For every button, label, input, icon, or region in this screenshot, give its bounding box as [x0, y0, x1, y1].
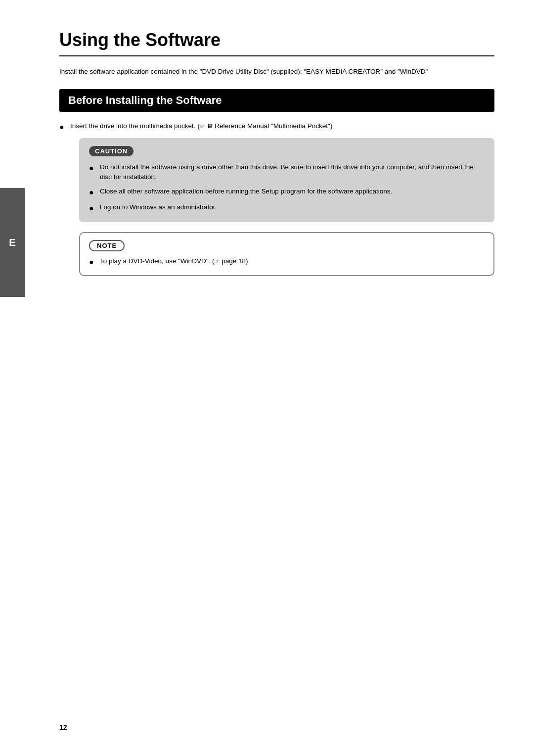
ref-icon-2: ☞: [214, 258, 220, 265]
caution-bullet-2: ●: [89, 187, 98, 198]
caution-item-3: ● Log on to Windows as an administrator.: [89, 202, 485, 214]
page-container: E Using the Software Install the softwar…: [0, 0, 534, 756]
caution-item-1: ● Do not install the software using a dr…: [89, 162, 485, 183]
caution-item-text-1: Do not install the software using a driv…: [100, 162, 485, 183]
bullet-dot-1: ●: [59, 121, 68, 134]
section-header: Before Installing the Software: [59, 89, 494, 112]
page-number: 12: [59, 723, 67, 731]
intro-text: Install the software application contain…: [59, 66, 494, 77]
caution-bullet-3: ●: [89, 202, 98, 214]
multimedia-bullet: ● Insert the drive into the multimedia p…: [59, 121, 494, 134]
note-label: NOTE: [89, 240, 125, 251]
side-bar-letter: E: [9, 237, 15, 248]
note-item-1: ● To play a DVD-Video, use "WinDVD". (☞ …: [89, 256, 485, 268]
caution-items-list: ● Do not install the software using a dr…: [89, 162, 485, 214]
caution-item-text-3: Log on to Windows as an administrator.: [100, 202, 485, 212]
note-bullet-1: ●: [89, 256, 98, 268]
caution-bullet-1: ●: [89, 162, 98, 174]
multimedia-bullet-text: Insert the drive into the multimedia poc…: [70, 121, 494, 132]
note-item-text-1: To play a DVD-Video, use "WinDVD". (☞ pa…: [100, 256, 485, 266]
caution-box: CAUTION ● Do not install the software us…: [79, 138, 494, 222]
caution-label: CAUTION: [89, 146, 134, 156]
page-title: Using the Software: [59, 30, 494, 56]
main-content: Using the Software Install the software …: [59, 30, 494, 276]
note-box: NOTE ● To play a DVD-Video, use "WinDVD"…: [79, 232, 494, 276]
caution-item-2: ● Close all other software application b…: [89, 187, 485, 198]
side-bar-marker: E: [0, 188, 25, 297]
ref-icon-1: ☞ 🖥: [200, 123, 213, 130]
caution-item-text-2: Close all other software application bef…: [100, 187, 485, 196]
